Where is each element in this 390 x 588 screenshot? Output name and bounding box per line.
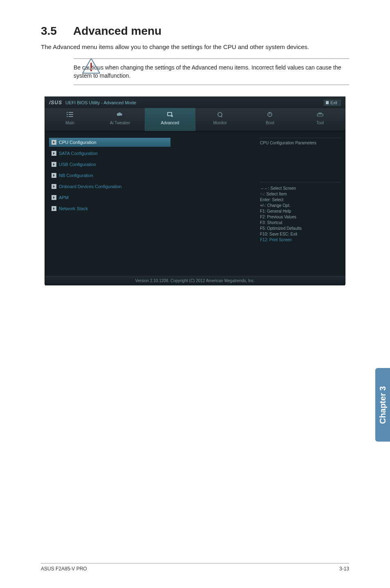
menu-usb-configuration[interactable]: USB Configuration: [49, 160, 177, 169]
lead-paragraph: The Advanced menu items allow you to cha…: [41, 43, 349, 51]
menu-label: APM: [59, 195, 69, 200]
footer-product: ASUS F2A85-V PRO: [41, 566, 87, 572]
menu-label: CPU Configuration: [59, 140, 96, 145]
section-number: 3.5: [41, 25, 57, 38]
menu-sata-configuration[interactable]: SATA Configuration: [49, 149, 177, 158]
menu-network-stack[interactable]: Network Stack: [49, 204, 177, 213]
tab-ai-tweaker[interactable]: Ai Tweaker: [95, 108, 145, 130]
chevron-right-icon: [52, 140, 56, 145]
exit-label: Exit: [330, 101, 337, 105]
chevron-right-icon: [52, 184, 56, 189]
tab-monitor[interactable]: Monitor: [195, 108, 245, 130]
help-line: F1: General Help: [260, 209, 341, 214]
power-icon: [245, 111, 295, 118]
menu-nb-configuration[interactable]: NB Configuration: [49, 171, 177, 180]
svg-rect-5: [67, 114, 68, 115]
exit-icon: [326, 101, 329, 104]
bios-tab-bar: Main Ai Tweaker i Advanced Monitor: [45, 108, 345, 132]
tab-boot[interactable]: Boot: [245, 108, 295, 130]
chevron-right-icon: [52, 195, 56, 200]
page-footer: ASUS F2A85-V PRO 3-13: [41, 563, 349, 572]
exit-button[interactable]: Exit: [324, 100, 341, 106]
menu-label: Network Stack: [59, 206, 88, 211]
help-line: F3: Shortcut: [260, 220, 341, 226]
help-line: ↑↓: Select Item: [260, 191, 341, 197]
help-line: +/-: Change Opt.: [260, 203, 341, 209]
svg-rect-6: [69, 114, 73, 115]
tab-tool[interactable]: Tool: [295, 108, 345, 130]
help-lines: →←: Select Screen ↑↓: Select Item Enter:…: [260, 186, 341, 243]
tab-main-label: Main: [45, 121, 95, 125]
caution-icon: [82, 58, 101, 76]
bios-header-bar: /SUS UEFI BIOS Utility - Advanced Mode E…: [45, 97, 345, 108]
tab-main[interactable]: Main: [45, 108, 95, 130]
tab-advanced[interactable]: i Advanced: [145, 108, 195, 130]
cloud-icon: [95, 111, 145, 118]
tab-tool-label: Tool: [295, 121, 345, 125]
svg-rect-8: [69, 116, 73, 117]
monitor-icon: [195, 111, 245, 118]
bios-header-title: UEFI BIOS Utility - Advanced Mode: [65, 100, 136, 105]
tab-advanced-label: Advanced: [145, 121, 195, 125]
tab-monitor-label: Monitor: [195, 121, 245, 125]
menu-onboard-devices[interactable]: Onboard Devices Configuration: [49, 182, 177, 191]
help-line: F2: Previous Values: [260, 214, 341, 220]
bios-screenshot: /SUS UEFI BIOS Utility - Advanced Mode E…: [45, 97, 345, 285]
bios-menu-panel: CPU Configuration SATA Configuration USB…: [45, 132, 256, 276]
help-line: F5: Optimized Defaults: [260, 226, 341, 231]
help-line: F12: Print Screen: [260, 237, 341, 243]
menu-label: USB Configuration: [59, 162, 96, 167]
bios-info-panel: CPU Configuration Parameters →←: Select …: [256, 132, 345, 276]
help-line: Enter: Select: [260, 197, 341, 203]
svg-text:i: i: [172, 115, 172, 117]
svg-rect-15: [270, 112, 271, 114]
menu-label: NB Configuration: [59, 173, 93, 178]
tab-boot-label: Boot: [245, 121, 295, 125]
menu-label: Onboard Devices Configuration: [59, 184, 121, 189]
svg-rect-1: [90, 63, 92, 68]
section-name: Advanced menu: [73, 25, 161, 38]
section-heading: 3.5Advanced menu: [41, 25, 349, 38]
caution-text: Be cautious when changing the settings o…: [74, 64, 349, 80]
list-icon: [45, 111, 95, 118]
svg-rect-7: [67, 116, 68, 117]
chapter-side-tab-label: Chapter 3: [378, 386, 388, 424]
chevron-right-icon: [52, 162, 56, 167]
info-panel-title: CPU Configuration Parameters: [260, 141, 341, 145]
chip-icon: i: [145, 111, 195, 118]
tab-ai-tweaker-label: Ai Tweaker: [95, 121, 145, 125]
chapter-side-tab: Chapter 3: [375, 368, 390, 442]
tool-icon: [295, 111, 345, 118]
chevron-right-icon: [52, 173, 56, 178]
footer-page-number: 3-13: [339, 566, 349, 572]
help-line: →←: Select Screen: [260, 186, 341, 191]
svg-rect-3: [67, 112, 68, 113]
chevron-right-icon: [52, 151, 56, 156]
menu-cpu-configuration[interactable]: CPU Configuration: [49, 138, 170, 147]
caution-note: Be cautious when changing the settings o…: [74, 58, 349, 85]
menu-apm[interactable]: APM: [49, 193, 177, 202]
svg-rect-9: [168, 112, 172, 116]
bios-footer: Version 2.10.1208. Copyright (C) 2012 Am…: [45, 276, 345, 285]
help-line: F10: Save ESC: Exit: [260, 231, 341, 237]
svg-rect-4: [69, 112, 73, 113]
chevron-right-icon: [52, 206, 56, 211]
svg-point-2: [90, 70, 92, 72]
asus-logo: /SUS: [49, 100, 62, 105]
menu-label: SATA Configuration: [59, 151, 98, 156]
